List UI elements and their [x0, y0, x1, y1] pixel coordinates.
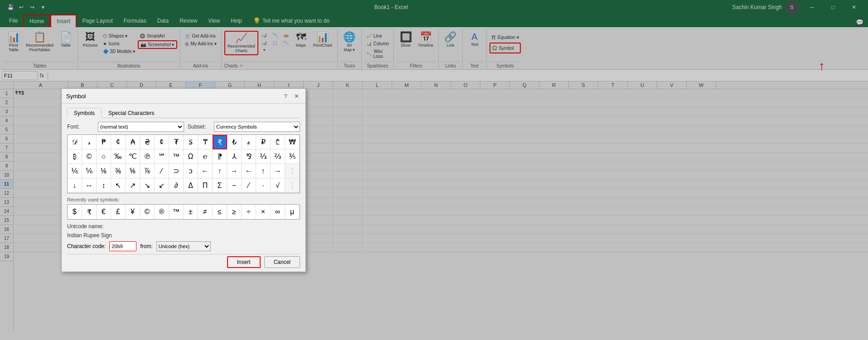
symbol-cell[interactable]: ₿	[68, 149, 82, 164]
symbol-cell[interactable]: ₴	[140, 135, 155, 149]
dialog-close-btn[interactable]: ✕	[292, 91, 301, 101]
symbol-cell[interactable]: ↓	[68, 178, 82, 193]
from-label: from:	[140, 243, 152, 249]
symbol-cell[interactable]: ⅞	[140, 164, 155, 178]
symbol-cell[interactable]: Ω	[184, 149, 198, 164]
symbol-cell[interactable]: ₳	[126, 135, 140, 149]
recent-symbol[interactable]: ±	[184, 205, 198, 219]
symbol-cell[interactable]: ·	[256, 178, 271, 193]
symbol-dialog: Symbol ? ✕ Symbols Special Characters Fo…	[61, 88, 306, 272]
recent-symbol[interactable]: ≤	[213, 205, 227, 219]
symbol-cell[interactable]: ⅄	[227, 149, 242, 164]
symbol-cell[interactable]: ⅋	[242, 149, 256, 164]
dialog-footer: Insert Cancel	[67, 254, 300, 268]
symbol-cell[interactable]: ↙	[155, 178, 169, 193]
symbol-cell[interactable]: √	[271, 178, 285, 193]
dialog-title: Symbol	[66, 93, 86, 100]
symbol-cell[interactable]: ™	[169, 149, 184, 164]
font-select[interactable]: (normal text)	[98, 122, 184, 132]
insert-button[interactable]: Insert	[227, 256, 261, 268]
symbol-cell[interactable]: ⅜	[111, 164, 126, 178]
symbol-cell-rupee[interactable]: ₹	[213, 135, 227, 149]
symbol-cell[interactable]: −	[227, 178, 242, 193]
symbol-cell[interactable]: ↄ	[184, 164, 198, 178]
dialog-tabs: Symbols Special Characters	[67, 107, 300, 118]
symbol-cell[interactable]: ₩	[285, 135, 300, 149]
symbol-cell[interactable]: ©	[82, 149, 97, 164]
from-select[interactable]: Unicode (hex)	[156, 241, 211, 251]
symbol-cell[interactable]: ¢	[155, 135, 169, 149]
symbol-cell[interactable]: ℗	[140, 149, 155, 164]
symbol-cell[interactable]: ⅔	[271, 149, 285, 164]
symbol-cell[interactable]: ⋮	[285, 178, 300, 193]
symbol-cell[interactable]: ↘	[140, 178, 155, 193]
symbol-cell[interactable]: ₷	[184, 135, 198, 149]
recent-symbol[interactable]: ₹	[82, 205, 97, 219]
symbol-cell[interactable]: ₸	[198, 135, 213, 149]
symbol-cell[interactable]: →	[227, 164, 242, 178]
recent-symbol[interactable]: ÷	[242, 205, 256, 219]
dialog-help-btn[interactable]: ?	[281, 91, 290, 101]
symbol-cell[interactable]: ∂	[169, 178, 184, 193]
symbol-cell[interactable]: ⅚	[82, 164, 97, 178]
symbol-cell[interactable]: ⁄	[242, 178, 256, 193]
unicode-value-row: Indian Rupee Sign	[67, 232, 300, 239]
symbol-cell[interactable]: ↖	[111, 178, 126, 193]
symbol-cell[interactable]: ₱	[97, 135, 111, 149]
recent-symbol[interactable]: μ	[285, 205, 300, 219]
recent-symbol[interactable]: ™	[169, 205, 184, 219]
symbol-cell[interactable]: ⊃	[169, 164, 184, 178]
symbol-cell[interactable]: →	[271, 164, 285, 178]
cancel-button[interactable]: Cancel	[264, 256, 300, 268]
recent-symbol[interactable]: $	[68, 205, 82, 219]
subset-select[interactable]: Currency Symbols	[214, 122, 300, 132]
symbol-cell[interactable]: ₼	[242, 135, 256, 149]
symbol-cell[interactable]: Σ	[213, 178, 227, 193]
font-label: Font:	[67, 124, 94, 130]
tab-special-chars[interactable]: Special Characters	[102, 108, 161, 118]
recent-symbol[interactable]: ®	[155, 205, 169, 219]
symbol-cell[interactable]: ←	[242, 164, 256, 178]
symbol-cell[interactable]: ⅛	[97, 164, 111, 178]
symbol-cell[interactable]: ℠	[155, 149, 169, 164]
symbol-cell[interactable]: ↑	[256, 164, 271, 178]
recent-symbol[interactable]: ©	[140, 205, 155, 219]
symbol-cell[interactable]: Δ	[184, 178, 198, 193]
subset-label: Subset:	[188, 124, 210, 130]
symbol-cell[interactable]: ₮	[169, 135, 184, 149]
symbol-cell[interactable]: ₽	[256, 135, 271, 149]
recent-symbol[interactable]: ≠	[198, 205, 213, 219]
symbol-cell[interactable]: Π	[198, 178, 213, 193]
unicode-name-row: Unicode name:	[67, 223, 300, 230]
symbol-cell[interactable]: 𝒟	[68, 135, 82, 149]
symbol-cell[interactable]: ⅓	[256, 149, 271, 164]
symbol-cell[interactable]: ←	[198, 164, 213, 178]
symbol-cell[interactable]: ↑	[213, 164, 227, 178]
symbol-cell[interactable]: ℮	[198, 149, 213, 164]
recent-symbol[interactable]: ∞	[271, 205, 285, 219]
symbol-cell[interactable]: ∕	[155, 164, 169, 178]
tab-symbols[interactable]: Symbols	[67, 108, 102, 118]
char-code-input[interactable]	[109, 241, 136, 251]
symbol-cell[interactable]: ⋮	[285, 164, 300, 178]
symbol-cell[interactable]: ₾	[271, 135, 285, 149]
font-row: Font: (normal text) Subset: Currency Sym…	[67, 122, 300, 132]
recent-symbol[interactable]: £	[111, 205, 126, 219]
symbol-cell[interactable]: ⅗	[285, 149, 300, 164]
symbol-cell[interactable]: ‰	[111, 149, 126, 164]
symbol-cell[interactable]: ⁋	[213, 149, 227, 164]
symbol-cell[interactable]: ⅙	[68, 164, 82, 178]
symbol-cell[interactable]: ₺	[227, 135, 242, 149]
recent-symbol[interactable]: ×	[256, 205, 271, 219]
symbol-cell[interactable]: ⅝	[126, 164, 140, 178]
recent-symbol[interactable]: ≥	[227, 205, 242, 219]
symbol-cell[interactable]: 𝓈	[82, 135, 97, 149]
symbol-cell[interactable]: ↕	[97, 178, 111, 193]
symbol-cell[interactable]: ¢	[111, 135, 126, 149]
recent-symbol[interactable]: €	[97, 205, 111, 219]
symbol-cell[interactable]: ℃	[126, 149, 140, 164]
symbol-cell[interactable]: ↔	[82, 178, 97, 193]
recent-symbol[interactable]: ¥	[126, 205, 140, 219]
symbol-cell[interactable]: ○	[97, 149, 111, 164]
symbol-cell[interactable]: ↗	[126, 178, 140, 193]
